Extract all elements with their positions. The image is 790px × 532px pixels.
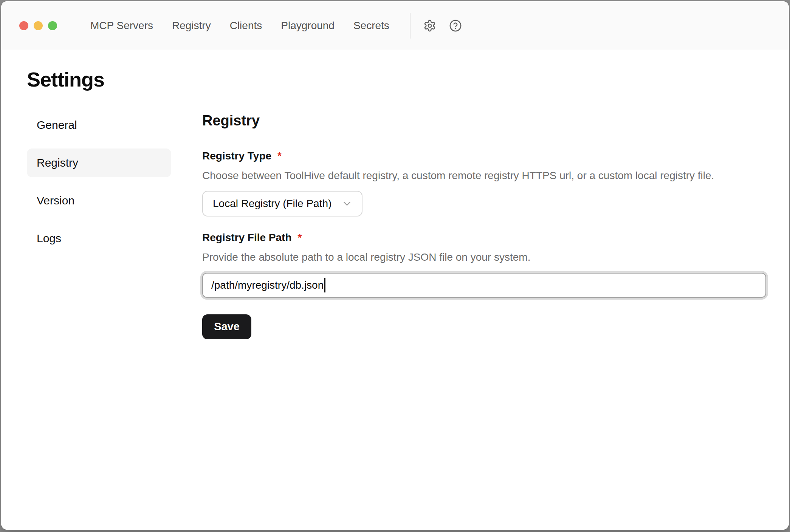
registry-type-description: Choose between ToolHive default registry… — [202, 170, 766, 182]
settings-page: Settings General Registry Version Logs R… — [1, 50, 789, 530]
titlebar: MCP Servers Registry Clients Playground … — [1, 1, 789, 50]
app-window: MCP Servers Registry Clients Playground … — [1, 1, 789, 530]
registry-type-select[interactable]: Local Registry (File Path) — [202, 191, 362, 217]
top-navigation: MCP Servers Registry Clients Playground … — [90, 20, 389, 32]
titlebar-actions — [423, 19, 462, 32]
close-button[interactable] — [19, 21, 28, 30]
sidebar-item-version[interactable]: Version — [27, 186, 171, 215]
registry-type-label-text: Registry Type — [202, 150, 271, 162]
settings-sidebar: General Registry Version Logs — [27, 111, 171, 262]
chevron-down-icon — [341, 198, 353, 209]
nav-registry[interactable]: Registry — [172, 20, 211, 32]
registry-file-path-description: Provide the absolute path to a local reg… — [202, 251, 766, 263]
registry-file-path-input[interactable]: /path/myregistry/db.json — [202, 273, 766, 298]
help-icon[interactable] — [449, 19, 462, 32]
text-caret — [324, 278, 325, 292]
sidebar-item-logs[interactable]: Logs — [27, 224, 171, 253]
registry-type-label: Registry Type * — [202, 150, 766, 162]
save-button[interactable]: Save — [202, 314, 251, 339]
titlebar-divider — [410, 13, 410, 39]
minimize-button[interactable] — [34, 21, 43, 30]
nav-playground[interactable]: Playground — [281, 20, 335, 32]
registry-file-path-value: /path/myregistry/db.json — [211, 279, 324, 291]
maximize-button[interactable] — [48, 21, 57, 30]
required-asterisk: * — [298, 232, 302, 244]
page-title: Settings — [27, 68, 766, 91]
sidebar-item-registry[interactable]: Registry — [27, 148, 171, 177]
nav-mcp-servers[interactable]: MCP Servers — [90, 20, 153, 32]
registry-type-selected-value: Local Registry (File Path) — [213, 198, 331, 210]
sidebar-item-general[interactable]: General — [27, 111, 171, 139]
required-asterisk: * — [277, 150, 282, 162]
registry-file-path-label-text: Registry File Path — [202, 232, 292, 244]
window-controls — [19, 21, 57, 30]
nav-secrets[interactable]: Secrets — [353, 20, 389, 32]
nav-clients[interactable]: Clients — [230, 20, 262, 32]
settings-gear-icon[interactable] — [423, 19, 436, 32]
registry-settings-panel: Registry Registry Type * Choose between … — [202, 111, 766, 339]
section-heading: Registry — [202, 113, 766, 129]
registry-file-path-label: Registry File Path * — [202, 232, 766, 244]
